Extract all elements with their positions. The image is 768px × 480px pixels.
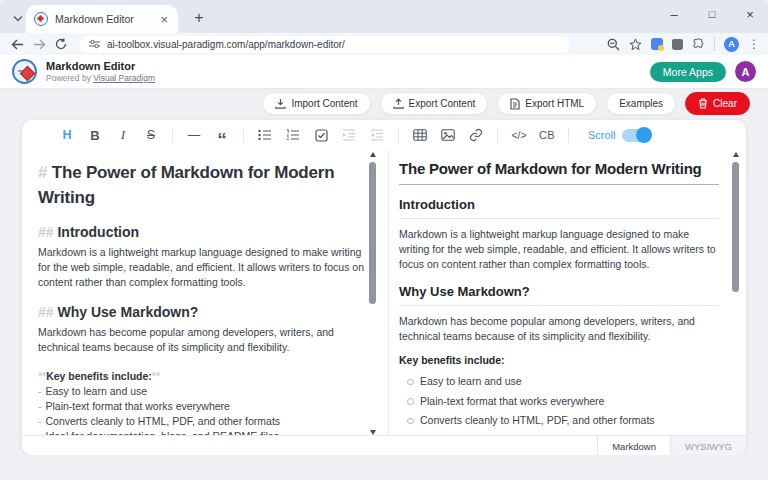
heading-button[interactable]: H <box>55 124 79 146</box>
toolbar-right-icons: A ⋮ <box>607 37 760 52</box>
ordered-list-button[interactable] <box>281 124 305 146</box>
bookmark-button[interactable] <box>629 38 642 51</box>
scrollbar-thumb[interactable] <box>732 162 739 292</box>
tab-markdown[interactable]: Markdown <box>597 435 670 456</box>
preview-paragraph: Markdown is a lightweight markup languag… <box>399 227 719 272</box>
preview-list-item: Easy to learn and use <box>405 374 719 389</box>
scroll-up-icon[interactable] <box>370 152 376 157</box>
inline-code-button[interactable]: </> <box>507 124 531 146</box>
maximize-button[interactable]: □ <box>700 2 724 26</box>
app-header: Markdown Editor Powered by Visual Paradi… <box>0 55 768 89</box>
indent-button[interactable] <box>337 124 361 146</box>
examples-label: Examples <box>619 98 663 109</box>
site-favicon-icon <box>34 12 48 26</box>
markdown-source-pane[interactable]: # The Power of Markdown for Modern Writi… <box>22 150 388 435</box>
export-html-button[interactable]: Export HTML <box>497 92 597 115</box>
extensions-button[interactable] <box>692 38 705 51</box>
export-html-label: Export HTML <box>525 98 584 109</box>
scrollbar-thumb[interactable] <box>369 162 376 304</box>
chevron-down-icon <box>13 15 23 22</box>
page-background <box>0 455 768 480</box>
source-scrollbar[interactable] <box>368 152 377 435</box>
address-bar[interactable]: ai-toolbox.visual-paradigm.com/app/markd… <box>80 36 570 53</box>
preview-pane: The Power of Markdown for Modern Writing… <box>389 150 729 448</box>
download-icon <box>275 98 286 109</box>
scroll-sync-label: Scroll <box>588 129 616 141</box>
toolbar-divider <box>398 128 399 143</box>
source-list-item: -Plain-text format that works everywhere <box>38 399 370 414</box>
browser-profile-avatar[interactable]: A <box>724 37 739 52</box>
outdent-button[interactable] <box>365 124 389 146</box>
source-h2-text: Introduction <box>57 224 139 240</box>
user-avatar[interactable]: A <box>735 61 756 82</box>
export-content-label: Export Content <box>409 98 476 109</box>
back-button[interactable] <box>8 35 26 53</box>
mode-tab-bar: Markdown WYSIWYG <box>22 435 746 455</box>
preview-list-item: Converts cleanly to HTML, PDF, and other… <box>405 413 719 428</box>
preview-h1: The Power of Markdown for Modern Writing <box>399 160 719 185</box>
image-button[interactable] <box>436 124 460 146</box>
source-paragraph: Markdown has become popular among develo… <box>38 325 370 355</box>
visual-paradigm-link[interactable]: Visual Paradigm <box>93 73 155 83</box>
more-apps-button[interactable]: More Apps <box>650 62 726 82</box>
source-paragraph: Markdown is a lightweight markup languag… <box>38 245 370 290</box>
toolbar-divider <box>568 128 569 143</box>
forward-button[interactable] <box>30 35 48 53</box>
scroll-sync-toggle[interactable] <box>622 129 651 142</box>
table-icon <box>413 129 427 141</box>
powered-by: Powered by Visual Paradigm <box>46 73 155 83</box>
source-list-text: Plain-text format that works everywhere <box>46 400 230 412</box>
new-tab-button[interactable]: + <box>188 7 210 29</box>
window-close-button[interactable]: × <box>738 2 762 26</box>
extension-flag-icon[interactable] <box>672 39 683 50</box>
code-block-button[interactable]: CB <box>535 124 559 146</box>
minimize-button[interactable]: – <box>662 2 686 26</box>
back-icon <box>11 39 24 50</box>
h2-marker: ## <box>38 304 54 320</box>
browser-menu-button[interactable]: ⋮ <box>748 37 760 51</box>
site-settings-icon <box>89 39 100 49</box>
tab-search-button[interactable] <box>8 8 28 28</box>
clear-button[interactable]: Clear <box>685 92 750 115</box>
list-marker: - <box>38 385 42 397</box>
bullet-list-icon <box>258 129 272 141</box>
powered-by-prefix: Powered by <box>46 73 93 83</box>
star-icon <box>629 38 642 51</box>
toolbar-divider <box>172 128 173 143</box>
task-list-button[interactable] <box>309 124 333 146</box>
table-button[interactable] <box>408 124 432 146</box>
italic-button[interactable]: I <box>111 124 135 146</box>
bullet-list-button[interactable] <box>253 124 277 146</box>
source-h2: ## Introduction <box>38 224 370 240</box>
browser-tab[interactable]: Markdown Editor × <box>26 5 178 33</box>
link-button[interactable] <box>464 124 488 146</box>
app-logo-icon <box>12 59 37 84</box>
source-list-text: Easy to learn and use <box>46 385 148 397</box>
extension-icon[interactable] <box>651 38 663 50</box>
import-content-button[interactable]: Import Content <box>262 92 370 115</box>
source-h2: ## Why Use Markdown? <box>38 304 370 320</box>
preview-scrollbar[interactable] <box>731 152 740 448</box>
tab-wysiwyg[interactable]: WYSIWYG <box>670 435 746 456</box>
reload-button[interactable] <box>52 35 70 53</box>
horizontal-rule-button[interactable]: — <box>182 124 206 146</box>
scroll-up-icon[interactable] <box>733 152 739 157</box>
bold-button[interactable]: B <box>83 124 107 146</box>
formatting-toolbar: H B I S — “ <box>22 120 746 150</box>
h1-marker: # <box>38 163 47 182</box>
puzzle-icon <box>692 38 705 51</box>
strikethrough-button[interactable]: S <box>139 124 163 146</box>
blockquote-button[interactable]: “ <box>210 124 234 146</box>
source-h1: # The Power of Markdown for Modern Writi… <box>38 160 370 210</box>
upload-icon <box>393 98 404 109</box>
h2-marker: ## <box>38 224 54 240</box>
examples-button[interactable]: Examples <box>606 92 676 115</box>
trash-icon <box>698 98 708 109</box>
tab-close-icon[interactable]: × <box>158 13 170 26</box>
editor-card: H B I S — “ <box>22 120 746 455</box>
reload-icon <box>55 38 67 50</box>
export-content-button[interactable]: Export Content <box>380 92 489 115</box>
zoom-button[interactable] <box>607 38 620 51</box>
tab-title: Markdown Editor <box>55 13 151 25</box>
source-bold-text: Key benefits include: <box>46 370 152 382</box>
